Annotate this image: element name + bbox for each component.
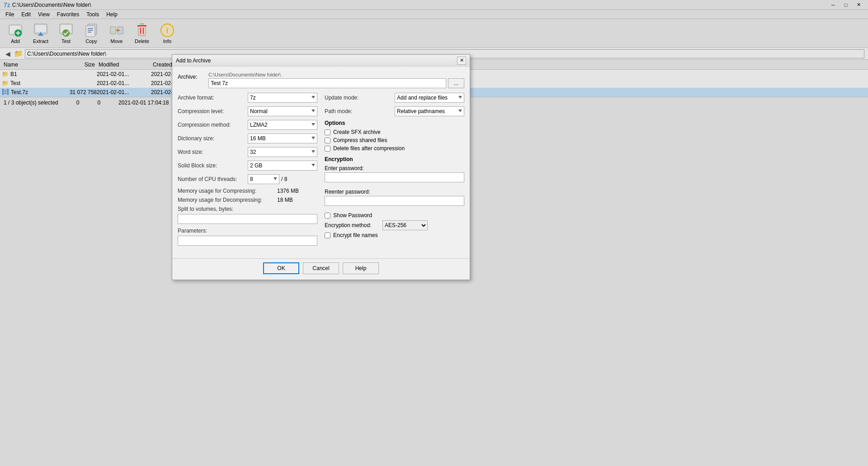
help-button[interactable]: Help (343, 262, 379, 274)
shared-option-row: Compress shared files (325, 137, 464, 143)
show-password-row: Show Password (325, 212, 464, 219)
word-size-row: Word size: 8 16 32 64 128 (178, 147, 317, 157)
memory-decompress-value: 18 MB (277, 197, 293, 203)
show-password-checkbox[interactable] (325, 213, 330, 219)
delete-label: Delete files after compression (333, 145, 405, 152)
method-label: Compression method: (178, 122, 248, 128)
memory-compress-row: Memory usage for Compressing: 1376 MB (178, 188, 317, 194)
delete-checkbox[interactable] (325, 146, 330, 152)
encryption-section: Encryption Enter password: Reenter passw… (325, 156, 464, 238)
compression-method-row: Compression method: LZMA LZMA2 PPMd BZip… (178, 120, 317, 130)
enter-password-section: Enter password: (325, 165, 464, 186)
path-mode-row: Path mode: Relative pathnames Absolute p… (325, 106, 464, 116)
archive-path-text: C:\Users\Documents\New folder\ (208, 72, 464, 77)
split-label: Split to volumes, bytes: (178, 206, 317, 212)
cancel-button[interactable]: Cancel (303, 262, 339, 274)
cpu-select[interactable]: 1 2 4 8 (248, 174, 279, 184)
split-input[interactable] (178, 214, 317, 224)
update-mode-row: Update mode: Add and replace files Updat… (325, 93, 464, 103)
word-label: Word size: (178, 149, 248, 155)
sfx-label: Create SFX archive (333, 129, 381, 135)
memory-compress-label: Memory usage for Compressing: (178, 188, 277, 194)
reenter-password-input[interactable] (325, 196, 464, 206)
dict-label: Dictionary size: (178, 135, 248, 142)
encrypt-names-label: Encrypt file names (333, 232, 378, 238)
browse-button[interactable]: ... (448, 78, 464, 88)
cpu-max: / 8 (281, 176, 287, 182)
delete-option-row: Delete files after compression (325, 145, 464, 152)
split-section: Split to volumes, bytes: (178, 206, 317, 224)
options-section: Options Create SFX archive Compress shar… (325, 120, 464, 152)
enter-pwd-label: Enter password: (325, 165, 464, 171)
reenter-password-section: Reenter password: (325, 189, 464, 209)
archive-format-row: Archive format: 7z zip tar (178, 93, 317, 103)
dialog-title-bar: Add to Archive ✕ (172, 55, 470, 67)
dialog-close-button[interactable]: ✕ (457, 57, 466, 65)
dict-size-row: Dictionary size: 1 MB 4 MB 8 MB 16 MB 32… (178, 133, 317, 143)
enc-method-label: Encryption method: (325, 222, 379, 228)
encrypt-names-checkbox[interactable] (325, 233, 330, 238)
cpu-label: Number of CPU threads: (178, 176, 248, 182)
sfx-option-row: Create SFX archive (325, 129, 464, 135)
archive-name-input[interactable] (208, 78, 446, 88)
solid-select[interactable]: Non-solid 1 MB 16 MB 256 MB 2 GB 4 GB (248, 161, 317, 171)
cpu-threads-row: Number of CPU threads: 1 2 4 8 / 8 (178, 174, 317, 184)
sfx-checkbox[interactable] (325, 129, 330, 135)
memory-compress-value: 1376 MB (277, 188, 299, 194)
params-section: Parameters: (178, 228, 317, 246)
method-select[interactable]: LZMA LZMA2 PPMd BZip2 (248, 120, 317, 130)
params-input[interactable] (178, 236, 317, 246)
show-password-label: Show Password (333, 212, 372, 219)
memory-decompress-row: Memory usage for Decompressing: 18 MB (178, 197, 317, 203)
compression-select[interactable]: Store Fastest Fast Normal Maximum Ultra (248, 106, 317, 116)
params-label: Parameters: (178, 228, 317, 234)
solid-label: Solid Block size: (178, 162, 248, 169)
encrypt-names-row: Encrypt file names (325, 232, 464, 238)
dialog-right: Update mode: Add and replace files Updat… (325, 93, 464, 249)
shared-label: Compress shared files (333, 137, 387, 143)
update-select[interactable]: Add and replace files Update and add fil… (395, 93, 464, 103)
enc-method-select[interactable]: AES-256 ZipCrypto (382, 220, 428, 230)
dict-select[interactable]: 1 MB 4 MB 8 MB 16 MB 32 MB 64 MB (248, 133, 317, 143)
encryption-title: Encryption (325, 156, 464, 162)
compression-label: Compression level: (178, 108, 248, 114)
dialog-buttons: OK Cancel Help (172, 258, 470, 280)
format-label: Archive format: (178, 95, 248, 101)
archive-label: Archive: (178, 72, 205, 80)
path-label: Path mode: (325, 108, 395, 114)
dialog-body: Archive: C:\Users\Documents\New folder\ … (172, 67, 470, 255)
archive-section: Archive: C:\Users\Documents\New folder\ … (178, 72, 464, 88)
ok-button[interactable]: OK (263, 262, 299, 274)
word-select[interactable]: 8 16 32 64 128 (248, 147, 317, 157)
modal-overlay: Add to Archive ✕ Archive: C:\Users\Docum… (0, 0, 868, 466)
dialog-left: Archive format: 7z zip tar Compression l… (178, 93, 317, 249)
path-select[interactable]: Relative pathnames Absolute pathnames No… (395, 106, 464, 116)
dialog-title: Add to Archive (176, 57, 211, 64)
solid-block-row: Solid Block size: Non-solid 1 MB 16 MB 2… (178, 161, 317, 171)
add-to-archive-dialog: Add to Archive ✕ Archive: C:\Users\Docum… (172, 54, 470, 280)
memory-decompress-label: Memory usage for Decompressing: (178, 197, 277, 203)
shared-checkbox[interactable] (325, 138, 330, 143)
dialog-columns: Archive format: 7z zip tar Compression l… (178, 93, 464, 249)
enter-password-input[interactable] (325, 172, 464, 182)
reenter-pwd-label: Reenter password: (325, 189, 464, 195)
format-select[interactable]: 7z zip tar (248, 93, 317, 103)
encryption-method-row: Encryption method: AES-256 ZipCrypto (325, 220, 464, 230)
update-label: Update mode: (325, 95, 395, 101)
compression-level-row: Compression level: Store Fastest Fast No… (178, 106, 317, 116)
options-title: Options (325, 120, 464, 126)
